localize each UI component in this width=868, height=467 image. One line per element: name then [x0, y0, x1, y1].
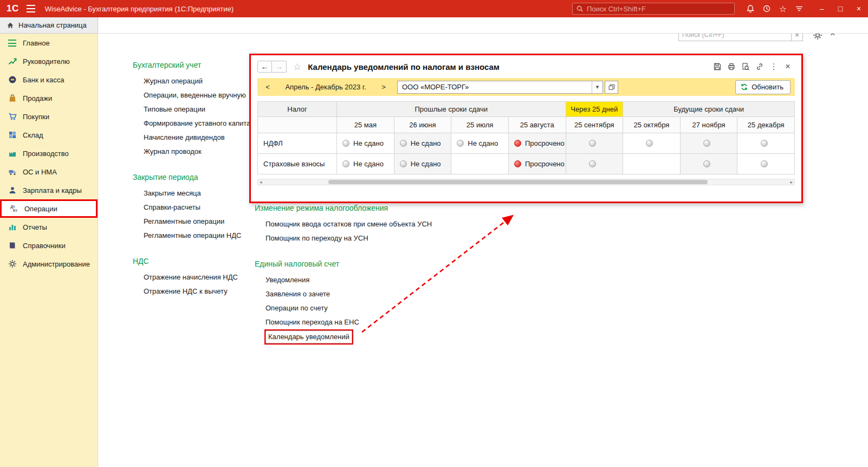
forward-button[interactable]: →: [272, 61, 287, 73]
sidebar-item-manager[interactable]: Руководителю: [0, 52, 98, 70]
status-cell[interactable]: [566, 133, 623, 154]
history-icon[interactable]: [759, 0, 775, 17]
sidebar-item-warehouse[interactable]: Склад: [0, 126, 98, 144]
global-search-input[interactable]: [587, 5, 731, 13]
status-cell[interactable]: [451, 154, 509, 174]
tools-filter-icon[interactable]: [791, 0, 807, 17]
sidebar-item-production[interactable]: Производство: [0, 144, 98, 163]
date-header: 27 ноября: [680, 117, 737, 133]
titlebar: 1С WiseAdvice - Бухгалтерия предприятия …: [0, 0, 868, 17]
factory-icon: [8, 149, 17, 158]
tax-column-header: Налог: [258, 102, 337, 117]
status-dot: [761, 140, 768, 147]
status-cell[interactable]: [566, 154, 623, 174]
menu-link[interactable]: Журнал проводок: [144, 145, 258, 159]
sidebar-item-purchases[interactable]: Покупки: [0, 107, 98, 126]
next-period-button[interactable]: >: [378, 83, 390, 91]
tab-home[interactable]: Начальная страница: [0, 17, 98, 34]
menu-link[interactable]: Регламентные операции НДС: [144, 229, 258, 243]
status-cell[interactable]: [680, 154, 737, 174]
menu-link[interactable]: Регламентные операции: [144, 215, 258, 229]
sidebar-item-operations[interactable]: ДтКт Операции: [0, 199, 98, 218]
global-search[interactable]: [572, 3, 735, 15]
menu-group-title: Единый налоговый счет: [255, 260, 432, 268]
sidebar-item-main[interactable]: Главное: [0, 34, 98, 52]
organization-combobox[interactable]: ООО «МОРЕ-ТОРГ» ▾: [397, 81, 603, 94]
menu-link[interactable]: Операции, введенные вручную: [144, 88, 258, 102]
maximize-button[interactable]: □: [831, 0, 850, 17]
status-cell[interactable]: [623, 133, 681, 154]
sidebar-item-administration[interactable]: Администрирование: [0, 255, 98, 273]
status-cell[interactable]: Не сдано: [394, 154, 451, 174]
get-link-icon[interactable]: [753, 60, 767, 73]
boxes-icon: [8, 131, 17, 140]
empty-header-cell: [258, 117, 337, 133]
menu-link[interactable]: Типовые операции: [144, 102, 258, 116]
status-dot: [703, 140, 710, 147]
scroll-right-arrow[interactable]: ▸: [790, 180, 793, 185]
sidebar-item-fixed-assets[interactable]: ОС и НМА: [0, 163, 98, 181]
sidebar-item-sales[interactable]: Продажи: [0, 89, 98, 107]
calendar-window: ← → ☆ Календарь уведомлений по налогам и…: [249, 54, 803, 203]
chevron-down-icon[interactable]: ▾: [592, 81, 603, 93]
preview-icon[interactable]: [739, 60, 753, 73]
status-cell[interactable]: Не сдано: [337, 133, 394, 154]
menu-link-notification-calendar[interactable]: Календарь уведомлений: [265, 330, 352, 343]
menu-link[interactable]: Формирование уставного капитала: [144, 116, 258, 131]
date-header: 25 октября: [623, 117, 681, 133]
menu-link[interactable]: Операции по счету: [265, 301, 432, 315]
status-dot: [342, 160, 349, 167]
window-controls: – □ ×: [813, 0, 868, 17]
sidebar-item-directories[interactable]: Справочники: [0, 236, 98, 255]
favorite-star-icon[interactable]: ☆: [293, 61, 301, 73]
minimize-button[interactable]: –: [813, 0, 831, 17]
scrollbar-thumb[interactable]: [328, 180, 708, 184]
hamburger-menu-icon[interactable]: [27, 5, 35, 12]
menu-link[interactable]: Заявления о зачете: [265, 287, 432, 301]
scroll-left-arrow[interactable]: ◂: [260, 180, 262, 185]
menu-link[interactable]: Помощник ввода остатков при смене объект…: [265, 217, 432, 231]
menu-link[interactable]: Начисление дивидендов: [144, 131, 258, 145]
status-cell[interactable]: Просрочено: [508, 133, 566, 154]
menu-link[interactable]: Справки-расчеты: [144, 200, 258, 215]
favorites-star-icon[interactable]: ☆: [775, 0, 791, 17]
status-cell[interactable]: [737, 154, 795, 174]
sidebar-item-bank-cash[interactable]: Банк и касса: [0, 70, 98, 89]
back-button[interactable]: ←: [257, 61, 272, 73]
table-row: НДФЛ Не сдано Не сдано Не сдано Просроче…: [258, 133, 795, 154]
status-cell[interactable]: Просрочено: [508, 154, 566, 174]
previous-period-button[interactable]: <: [262, 83, 274, 91]
sidebar-item-reports[interactable]: Отчеты: [0, 218, 98, 236]
notifications-bell-icon[interactable]: [742, 0, 759, 17]
date-header: 25 июля: [451, 117, 509, 133]
close-window-icon[interactable]: ×: [781, 60, 795, 73]
status-cell[interactable]: Не сдано: [394, 133, 451, 154]
refresh-button[interactable]: Обновить: [735, 80, 791, 94]
close-app-button[interactable]: ×: [850, 0, 868, 17]
horizontal-scrollbar[interactable]: ◂ ▸: [257, 179, 795, 185]
coin-icon: [8, 75, 17, 85]
menu-link[interactable]: Отражение НДС к вычету: [144, 284, 258, 299]
status-cell[interactable]: [623, 154, 681, 174]
menu-link[interactable]: Отражение начисления НДС: [144, 270, 258, 284]
menu-link[interactable]: Уведомления: [265, 273, 432, 287]
calendar-table: Налог Прошлые сроки сдачи Через 25 дней …: [257, 101, 795, 174]
print-icon[interactable]: [724, 60, 739, 73]
app-root: 1С WiseAdvice - Бухгалтерия предприятия …: [0, 0, 868, 467]
more-menu-icon[interactable]: ⋮: [767, 60, 781, 73]
menu-group-title: Закрытие периода: [133, 173, 258, 181]
status-dot: [589, 140, 596, 147]
choose-from-list-button[interactable]: [605, 81, 618, 94]
menu-link[interactable]: Помощник перехода на ЕНС: [265, 315, 432, 329]
menu-link[interactable]: Закрытие месяца: [144, 186, 258, 200]
save-icon[interactable]: [710, 60, 724, 73]
status-cell[interactable]: Не сдано: [451, 133, 509, 154]
status-cell[interactable]: [737, 133, 795, 154]
gear-icon: [8, 260, 17, 269]
status-dot: [703, 160, 710, 167]
status-cell[interactable]: Не сдано: [337, 154, 394, 174]
sidebar-item-salary-hr[interactable]: Зарплата и кадры: [0, 181, 98, 199]
status-cell[interactable]: [680, 133, 737, 154]
menu-link[interactable]: Помощник по переходу на УСН: [265, 231, 432, 245]
menu-link[interactable]: Журнал операций: [144, 74, 258, 88]
